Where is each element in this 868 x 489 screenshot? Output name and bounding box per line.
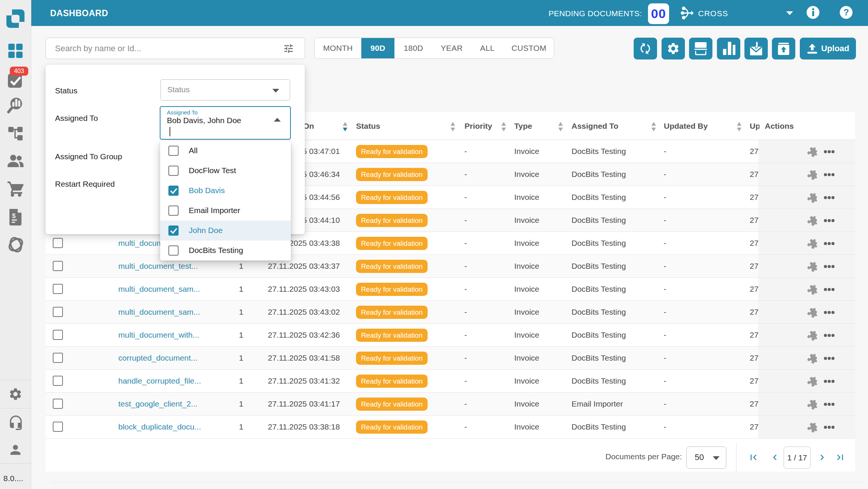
svg-text:$: $	[12, 212, 16, 219]
